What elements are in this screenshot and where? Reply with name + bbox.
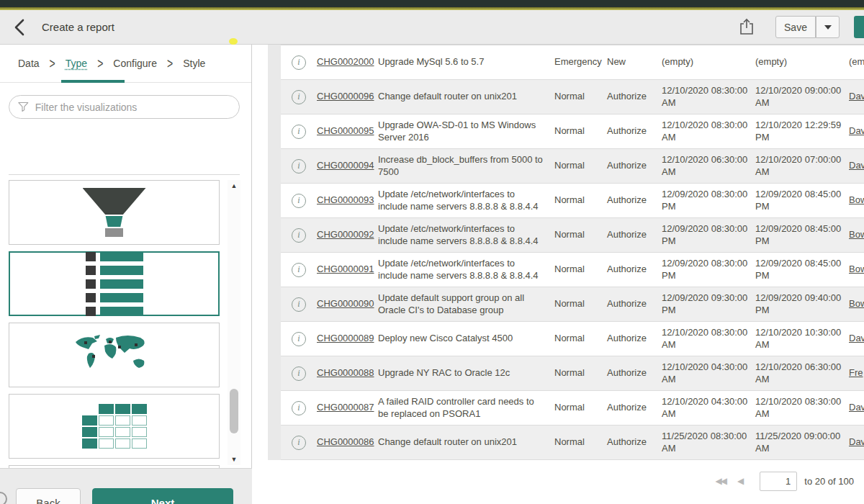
state-cell: Authorize xyxy=(607,160,662,172)
scrollbar-thumb[interactable] xyxy=(230,389,238,433)
change-number-link[interactable]: CHG0000089 xyxy=(317,333,374,343)
scroll-down-icon[interactable]: ▼ xyxy=(228,454,240,465)
viz-option-funnel-chart[interactable] xyxy=(9,180,220,245)
table-left-gutter xyxy=(268,45,281,460)
assignee-link[interactable]: Dav xyxy=(849,160,864,171)
info-icon[interactable]: i xyxy=(292,297,306,312)
funnel-chart-icon xyxy=(83,188,146,237)
report-preview-area: i CHG0002000 Upgrade MySql 5.6 to 5.7 Em… xyxy=(252,45,864,504)
filter-visualizations-input[interactable] xyxy=(35,102,230,113)
row-info-cell: i xyxy=(281,297,317,312)
change-number-link[interactable]: CHG0000090 xyxy=(317,298,374,309)
save-button[interactable]: Save xyxy=(775,16,816,38)
table-row: i CHG0000086 Change default router on un… xyxy=(281,426,864,460)
assignee-link[interactable]: Bow xyxy=(849,194,864,205)
assignee-cell: Bow xyxy=(849,194,864,207)
assignee-cell: Bow xyxy=(849,264,864,276)
change-number-link[interactable]: CHG0000087 xyxy=(317,402,374,413)
assignee-link[interactable]: Dav xyxy=(849,125,864,136)
info-icon[interactable]: i xyxy=(292,263,306,277)
viz-scrollbar[interactable]: ▲ ▼ xyxy=(228,180,240,465)
table-row: i CHG0000089 Deploy new Cisco Catalyst 4… xyxy=(281,322,864,356)
next-button[interactable]: Next xyxy=(92,488,233,504)
wizard-step-configure[interactable]: Configure xyxy=(113,58,157,69)
assignee-link[interactable]: Dav xyxy=(849,402,864,413)
change-number-link[interactable]: CHG0000093 xyxy=(317,194,374,205)
viz-option-world-map[interactable] xyxy=(9,323,220,387)
assignee-link[interactable]: Dav xyxy=(849,333,864,343)
planned-start-cell: (empty) xyxy=(662,56,755,68)
assignee-cell: (em xyxy=(849,56,864,68)
planned-end-cell: (empty) xyxy=(755,56,849,68)
planned-start-cell: 12/10/2020 04:30:00 AM xyxy=(662,361,755,386)
change-number-cell: CHG0000089 xyxy=(317,333,378,345)
info-icon[interactable]: i xyxy=(292,194,306,208)
info-icon[interactable]: i xyxy=(292,228,306,243)
previous-page-icon[interactable]: ◀ xyxy=(734,476,747,486)
wizard-step-type[interactable]: Type xyxy=(66,58,87,69)
info-icon[interactable]: i xyxy=(292,125,306,139)
info-icon[interactable]: i xyxy=(292,366,306,381)
row-info-cell: i xyxy=(281,90,317,104)
planned-end-cell: 12/10/2020 10:30:00 AM xyxy=(755,327,849,351)
change-number-cell: CHG0000096 xyxy=(317,91,378,103)
viz-option-list[interactable] xyxy=(9,251,220,316)
assignee-link[interactable]: Fre xyxy=(849,367,863,378)
planned-end-cell: 12/09/2020 09:40:00 PM xyxy=(755,292,849,317)
wizard-step-data[interactable]: Data xyxy=(18,58,40,69)
change-number-cell: CHG0002000 xyxy=(317,56,378,68)
assignee-cell: Bow xyxy=(849,229,864,241)
table-row: i CHG0000092 Update /etc/network/interfa… xyxy=(281,218,864,253)
assignee-cell: Dav xyxy=(849,160,864,172)
change-number-link[interactable]: CHG0000094 xyxy=(317,160,374,171)
change-number-link[interactable]: CHG0000092 xyxy=(317,229,374,240)
info-icon[interactable]: i xyxy=(292,436,306,450)
filter-funnel-icon xyxy=(18,102,29,112)
info-icon[interactable]: i xyxy=(292,90,306,104)
assignee-link[interactable]: Dav xyxy=(849,91,864,102)
save-dropdown-button[interactable] xyxy=(816,16,840,38)
app-header: Create a report Save xyxy=(0,10,864,45)
short-description-cell: Upgrade MySql 5.6 to 5.7 xyxy=(378,56,554,68)
info-icon[interactable]: i xyxy=(292,332,306,346)
page-number-input[interactable] xyxy=(760,472,797,491)
info-icon[interactable]: i xyxy=(292,401,306,415)
partial-primary-button[interactable] xyxy=(854,16,864,38)
planned-end-cell: 12/10/2020 09:00:00 AM xyxy=(755,85,849,109)
viz-option-heatmap-table[interactable] xyxy=(9,394,220,459)
info-icon[interactable]: i xyxy=(292,55,306,70)
first-page-icon[interactable]: ◀◀ xyxy=(713,476,729,486)
priority-cell: Normal xyxy=(554,125,607,138)
assignee-cell: Dav xyxy=(849,402,864,414)
change-number-link[interactable]: CHG0000088 xyxy=(317,367,374,378)
assignee-link[interactable]: Bow xyxy=(849,298,864,309)
share-export-icon[interactable] xyxy=(739,18,754,37)
assignee-link[interactable]: Dav xyxy=(849,436,864,447)
assignee-link[interactable]: Bow xyxy=(849,229,864,240)
change-number-link[interactable]: CHG0000096 xyxy=(317,91,374,102)
info-icon[interactable]: i xyxy=(292,159,306,174)
change-number-link[interactable]: CHG0000095 xyxy=(317,125,374,136)
change-number-link[interactable]: CHG0002000 xyxy=(317,56,374,67)
change-number-link[interactable]: CHG0000086 xyxy=(317,436,374,447)
assignee-link[interactable]: (em xyxy=(849,56,864,67)
state-cell: Authorize xyxy=(607,91,662,103)
state-cell: Authorize xyxy=(607,367,662,379)
table-row: i CHG0000087 A failed RAID controller ca… xyxy=(281,391,864,426)
assignee-link[interactable]: Bow xyxy=(849,264,864,274)
planned-end-cell: 12/10/2020 06:30:00 AM xyxy=(755,361,849,386)
row-info-cell: i xyxy=(281,194,317,208)
chevron-down-icon xyxy=(824,25,832,30)
row-info-cell: i xyxy=(281,263,317,277)
back-chevron-button[interactable] xyxy=(13,17,26,37)
short-description-cell: Update /etc/network/interfaces to includ… xyxy=(378,258,554,282)
wizard-step-style[interactable]: Style xyxy=(183,58,205,69)
scroll-up-icon[interactable]: ▲ xyxy=(228,180,240,192)
back-button[interactable]: Back xyxy=(16,488,81,504)
change-number-cell: CHG0000090 xyxy=(317,298,378,310)
change-number-link[interactable]: CHG0000091 xyxy=(317,264,374,274)
back-chevron-icon xyxy=(13,18,26,37)
chevron-right-icon: > xyxy=(97,55,103,71)
active-step-indicator xyxy=(61,80,125,83)
wizard-footer: Back Next xyxy=(0,468,252,504)
